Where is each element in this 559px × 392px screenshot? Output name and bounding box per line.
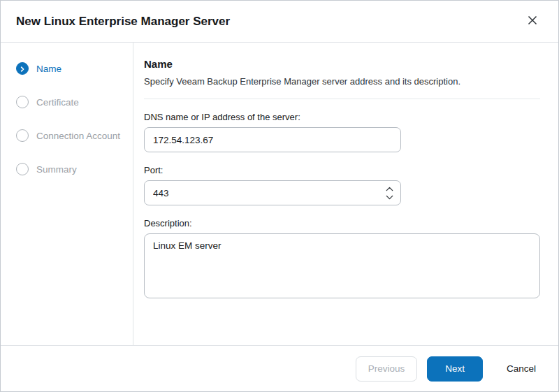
dns-address-input[interactable] [144,127,401,152]
dns-field-group: DNS name or IP address of the server: [144,112,540,152]
port-field-group: Port: [144,165,540,205]
step-heading: Name [144,58,540,70]
dialog-body: Name Certificate Connection Account Summ… [1,43,558,345]
description-field-group: Description: Linux EM server [144,218,540,298]
spinner-down-button[interactable] [386,195,393,200]
step-circle [16,163,29,175]
wizard-step-summary[interactable]: Summary [16,161,133,177]
cancel-button[interactable]: Cancel [502,356,540,382]
step-content-panel: Name Specify Veeam Backup Enterprise Man… [133,43,558,345]
wizard-steps-sidebar: Name Certificate Connection Account Summ… [1,43,133,345]
next-button[interactable]: Next [427,356,483,382]
step-label-name: Name [36,64,61,74]
port-input[interactable] [144,180,401,205]
port-field-label: Port: [144,165,540,175]
port-spinner-controls [386,180,393,205]
dns-field-label: DNS name or IP address of the server: [144,112,540,122]
port-stepper [144,180,401,205]
close-icon [528,15,537,28]
chevron-up-icon [386,187,393,191]
close-button[interactable] [522,11,543,32]
dialog-title: New Linux Enterprise Manager Server [16,15,522,29]
spinner-up-button[interactable] [386,187,393,191]
dialog-header: New Linux Enterprise Manager Server [1,1,558,43]
step-active-circle [16,62,29,75]
wizard-step-name[interactable]: Name [16,61,133,76]
new-linux-em-server-dialog: New Linux Enterprise Manager Server [0,0,559,392]
dialog-footer: Previous Next Cancel [1,345,558,391]
previous-button[interactable]: Previous [356,356,418,382]
chevron-down-icon [386,195,393,200]
content-divider [144,99,540,99]
step-label-certificate: Certificate [36,97,79,108]
step-subtitle: Specify Veeam Backup Enterprise Manager … [144,76,540,87]
step-label-summary: Summary [36,164,77,175]
description-textarea[interactable]: Linux EM server [144,233,540,298]
wizard-step-certificate[interactable]: Certificate [16,94,133,110]
step-label-connection-account: Connection Account [36,131,120,141]
chevron-right-icon [20,62,25,75]
step-circle [16,129,29,142]
description-field-label: Description: [144,218,540,228]
wizard-step-connection-account[interactable]: Connection Account [16,128,133,143]
step-circle [16,96,29,108]
